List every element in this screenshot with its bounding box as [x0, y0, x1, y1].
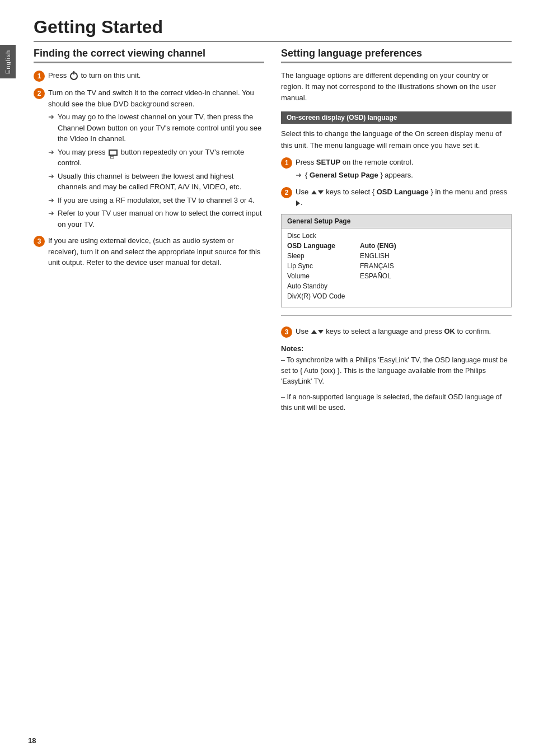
sub-bullet-4: ➜ If you are using a RF modulator, set t…: [48, 195, 264, 206]
left-step-3: 3 If you are using external device, (suc…: [34, 235, 264, 268]
arrow-icon-5: ➜: [48, 208, 54, 230]
auto-standby-value: [360, 282, 505, 290]
arrow-icon-3: ➜: [48, 171, 54, 193]
left-step-2: 2 Turn on the TV and switch it to the co…: [34, 87, 264, 230]
up-arrow-icon-2: [311, 330, 317, 334]
right-step-1-number: 1: [281, 157, 292, 169]
setup-table: General Setup Page Disc Lock OSD Languag…: [281, 214, 512, 307]
page-number: 18: [28, 736, 36, 745]
table-row-auto-standby: Auto Standby: [287, 281, 505, 291]
down-arrow-icon: [318, 190, 324, 194]
ok-bold: OK: [444, 327, 455, 335]
notes-text-2: – If a non-supported language is selecte…: [281, 392, 512, 414]
sub-bullet-2-text: You may press button repeatedly on your …: [58, 147, 264, 169]
general-setup-bold: General Setup Page: [310, 171, 378, 179]
right-step-2-content: Use keys to select { OSD Language } in t…: [296, 186, 512, 208]
table-row-divx: DivX(R) VOD Code: [287, 291, 505, 301]
lip-sync-label: Lip Sync: [287, 262, 349, 270]
down-arrow-icon-2: [318, 330, 324, 334]
step-3-number: 3: [34, 236, 45, 247]
right-step-1-sub-text: { General Setup Page } appears.: [305, 170, 413, 181]
sub-bullet-3-text: Usually this channel is between the lowe…: [58, 171, 264, 193]
sub-bullet-5: ➜ Refer to your TV user manual on how to…: [48, 208, 264, 230]
right-step-2: 2 Use keys to select { OSD Language } in…: [281, 186, 512, 208]
left-column: Finding the correct viewing channel 1 Pr…: [34, 48, 264, 414]
left-section-title: Finding the correct viewing channel: [34, 48, 264, 63]
step-2-number: 2: [34, 88, 45, 99]
arrow-icon-2: ➜: [48, 147, 54, 169]
sidebar-language-label: English: [0, 45, 16, 78]
right-intro-text: The language options are different depen…: [281, 70, 512, 104]
lip-sync-value: FRANÇAIS: [360, 262, 505, 270]
divider: [281, 315, 512, 316]
step-3-content: If you are using external device, (such …: [48, 235, 264, 268]
volume-label: Volume: [287, 272, 349, 280]
power-icon: [70, 72, 78, 80]
notes-title: Notes:: [281, 344, 512, 353]
left-step-1: 1 Press to turn on this unit.: [34, 70, 264, 82]
sub-bullet-1: ➜ You may go to the lowest channel on yo…: [48, 111, 264, 144]
page: English Getting Started Finding the corr…: [0, 0, 534, 756]
osd-intro-text: Select this to change the language of th…: [281, 128, 512, 151]
sub-bullet-3: ➜ Usually this channel is between the lo…: [48, 171, 264, 193]
disc-lock-value: [360, 232, 505, 240]
notes-text-1: – To synchronize with a Philips 'EasyLin…: [281, 355, 512, 388]
disc-lock-label: Disc Lock: [287, 232, 349, 240]
step-1-content: Press to turn on this unit.: [48, 70, 264, 81]
sub-bullet-2: ➜ You may press button repeatedly on you…: [48, 147, 264, 169]
osd-language-bold: OSD Language: [377, 188, 429, 196]
table-row-sleep: Sleep ENGLISH: [287, 251, 505, 261]
sub-bullet-4-text: If you are using a RF modulator, set the…: [58, 195, 255, 206]
osd-box-header: On-screen display (OSD) language: [281, 111, 512, 124]
right-step-1-content: Press SETUP on the remote control. ➜ { G…: [296, 157, 512, 181]
setup-bold: SETUP: [316, 158, 340, 166]
step-1-number: 1: [34, 71, 45, 82]
setup-table-body: Disc Lock OSD Language Auto (ENG) Sleep …: [282, 228, 511, 307]
arrow-icon-1: ➜: [48, 111, 54, 144]
right-step-1: 1 Press SETUP on the remote control. ➜ {…: [281, 157, 512, 181]
input-button-icon: [109, 150, 118, 156]
divx-label: DivX(R) VOD Code: [287, 292, 349, 300]
right-step-1-subbullet: ➜ { General Setup Page } appears.: [296, 170, 512, 181]
step-2-content: Turn on the TV and switch it to the corr…: [48, 87, 264, 230]
sub-bullet-5-text: Refer to your TV user manual on how to s…: [58, 208, 264, 230]
divx-value: [360, 292, 505, 300]
right-arrow-icon: [296, 200, 300, 206]
sub-bullet-1-text: You may go to the lowest channel on your…: [58, 111, 264, 144]
osd-language-value: Auto (ENG): [360, 242, 505, 250]
volume-value: ESPAÑOL: [360, 272, 505, 280]
right-step-2-number: 2: [281, 187, 292, 198]
up-arrow-icon: [311, 190, 317, 194]
right-section-title: Setting language preferences: [281, 48, 512, 63]
right-column: Setting language preferences The languag…: [281, 48, 512, 414]
table-row-volume: Volume ESPAÑOL: [287, 271, 505, 281]
sleep-label: Sleep: [287, 252, 349, 260]
sleep-value: ENGLISH: [360, 252, 505, 260]
right-arrow-1: ➜: [296, 170, 302, 181]
table-row-disc-lock: Disc Lock: [287, 231, 505, 241]
table-row-osd-language: OSD Language Auto (ENG): [287, 241, 505, 251]
page-title: Getting Started: [34, 17, 512, 42]
right-step-3-content: Use keys to select a language and press …: [296, 326, 512, 337]
osd-language-label: OSD Language: [287, 242, 349, 250]
right-step-3-number: 3: [281, 326, 292, 338]
auto-standby-label: Auto Standby: [287, 282, 349, 290]
setup-table-header: General Setup Page: [282, 214, 511, 228]
right-step-3: 3 Use keys to select a language and pres…: [281, 326, 512, 338]
arrow-icon-4: ➜: [48, 195, 54, 206]
table-row-lip-sync: Lip Sync FRANÇAIS: [287, 261, 505, 271]
main-content: Finding the correct viewing channel 1 Pr…: [34, 48, 512, 414]
notes-section: Notes: – To synchronize with a Philips '…: [281, 344, 512, 414]
